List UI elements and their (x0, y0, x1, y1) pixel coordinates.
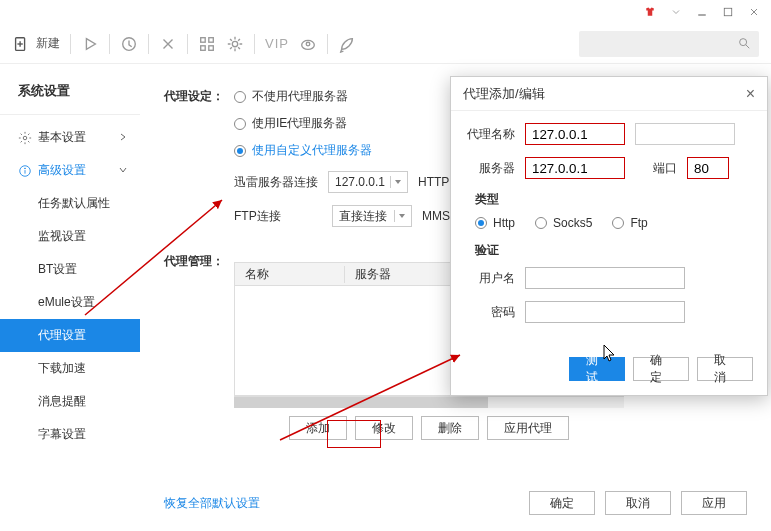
proxy-option-custom[interactable]: 使用自定义代理服务器 (234, 142, 372, 159)
username-input[interactable] (525, 267, 685, 289)
dropdown-icon[interactable] (669, 5, 683, 19)
sidebar-item-monitor[interactable]: 监视设置 (0, 220, 140, 253)
radio-checked-icon (234, 145, 246, 157)
ok-button[interactable]: 确定 (529, 491, 595, 515)
separator (254, 34, 255, 54)
sidebar-item-label: 高级设置 (38, 162, 86, 179)
svg-line-15 (746, 44, 750, 48)
cancel-button[interactable]: 取消 (605, 491, 671, 515)
search-icon (737, 36, 751, 50)
settings-sidebar: 系统设置 基本设置 高级设置 任务默认属性 监视设置 BT设置 eMule设置 … (0, 64, 140, 531)
restore-defaults-link[interactable]: 恢复全部默认设置 (164, 495, 260, 512)
svg-rect-10 (209, 45, 214, 50)
password-input[interactable] (525, 301, 685, 323)
sidebar-item-label: 消息提醒 (38, 393, 86, 410)
auth-label: 验证 (475, 242, 753, 259)
separator (327, 34, 328, 54)
proxy-name-extra[interactable] (635, 123, 735, 145)
sidebar-item-label: 任务默认属性 (38, 195, 110, 212)
horizontal-scrollbar[interactable] (234, 396, 624, 408)
xunlei-conn-label: 迅雷服务器连接 (234, 174, 318, 191)
port-label: 端口 (653, 160, 677, 177)
svg-rect-9 (201, 45, 206, 50)
delete-icon[interactable] (159, 35, 177, 53)
play-icon[interactable] (81, 35, 99, 53)
proxy-option-ie[interactable]: 使用IE代理服务器 (234, 115, 372, 132)
radio-checked-icon (475, 217, 487, 229)
chevron-right-icon (118, 131, 128, 145)
user-label: 用户名 (465, 270, 515, 287)
vip-label[interactable]: VIP (265, 36, 289, 51)
sidebar-item-subtitle[interactable]: 字幕设置 (0, 418, 140, 451)
type-option-http[interactable]: Http (475, 216, 515, 230)
dialog-ok-button[interactable]: 确定 (633, 357, 689, 381)
type-option-socks5[interactable]: Socks5 (535, 216, 592, 230)
type-option-ftp[interactable]: Ftp (612, 216, 647, 230)
pass-label: 密码 (465, 304, 515, 321)
shirt-icon[interactable] (643, 5, 657, 19)
port-input[interactable] (687, 157, 729, 179)
svg-rect-1 (724, 8, 732, 16)
sidebar-item-accelerate[interactable]: 下载加速 (0, 352, 140, 385)
qr-icon[interactable] (198, 35, 216, 53)
test-button[interactable]: 测试 (569, 357, 625, 381)
radio-icon (612, 217, 624, 229)
svg-point-14 (740, 38, 747, 45)
sidebar-item-proxy[interactable]: 代理设置 (0, 319, 140, 352)
window-titlebar (0, 0, 771, 24)
sidebar-item-task-defaults[interactable]: 任务默认属性 (0, 187, 140, 220)
piggy-icon[interactable] (299, 35, 317, 53)
maximize-icon[interactable] (721, 5, 735, 19)
dialog-cancel-button[interactable]: 取消 (697, 357, 753, 381)
svg-marker-5 (86, 38, 95, 49)
sidebar-item-label: 下载加速 (38, 360, 86, 377)
edit-button[interactable]: 修改 (355, 416, 413, 440)
proxy-manage-label: 代理管理： (164, 253, 234, 270)
proxy-section-label: 代理设定： (164, 88, 234, 159)
dialog-title: 代理添加/编辑 (463, 85, 545, 103)
chevron-down-icon (118, 164, 128, 178)
minimize-icon[interactable] (695, 5, 709, 19)
sidebar-item-label: BT设置 (38, 261, 77, 278)
progress-icon[interactable] (120, 35, 138, 53)
sidebar-item-label: 代理设置 (38, 327, 86, 344)
search-input[interactable] (579, 31, 759, 57)
sidebar-item-emule[interactable]: eMule设置 (0, 286, 140, 319)
sidebar-advanced-settings[interactable]: 高级设置 (0, 154, 140, 187)
sidebar-title: 系统设置 (0, 82, 140, 115)
proxy-edit-dialog: 代理添加/编辑 × 代理名称 服务器 端口 类型 Http Socks5 Ftp… (450, 76, 768, 396)
gear-icon[interactable] (226, 35, 244, 53)
apply-proxy-button[interactable]: 应用代理 (487, 416, 569, 440)
proxy-name-input[interactable] (525, 123, 625, 145)
add-button[interactable]: 添加 (289, 416, 347, 440)
table-header-name[interactable]: 名称 (235, 266, 345, 283)
sidebar-item-bt[interactable]: BT设置 (0, 253, 140, 286)
server-input[interactable] (525, 157, 625, 179)
svg-rect-7 (201, 37, 206, 42)
proxy-option-none[interactable]: 不使用代理服务器 (234, 88, 372, 105)
ftp-conn-label: FTP连接 (234, 208, 322, 225)
sidebar-item-label: 字幕设置 (38, 426, 86, 443)
new-button[interactable]: 新建 (12, 35, 60, 53)
dialog-close-icon[interactable]: × (746, 85, 755, 103)
sidebar-basic-settings[interactable]: 基本设置 (0, 121, 140, 154)
gear-icon (18, 131, 32, 145)
window-close-icon[interactable] (747, 5, 761, 19)
radio-icon (535, 217, 547, 229)
xunlei-conn-select[interactable]: 127.0.0.1 (328, 171, 408, 193)
svg-point-16 (23, 136, 27, 140)
sidebar-item-label: 监视设置 (38, 228, 86, 245)
svg-point-11 (232, 41, 237, 46)
apply-button[interactable]: 应用 (681, 491, 747, 515)
delete-button[interactable]: 删除 (421, 416, 479, 440)
separator (109, 34, 110, 54)
proxy-name-label: 代理名称 (465, 126, 515, 143)
main-toolbar: 新建 VIP (0, 24, 771, 64)
rocket-icon[interactable] (338, 35, 356, 53)
separator (148, 34, 149, 54)
ftp-conn-select[interactable]: 直接连接 (332, 205, 412, 227)
separator (70, 34, 71, 54)
http-label: HTTP (418, 175, 449, 189)
sidebar-item-label: eMule设置 (38, 294, 95, 311)
sidebar-item-notify[interactable]: 消息提醒 (0, 385, 140, 418)
